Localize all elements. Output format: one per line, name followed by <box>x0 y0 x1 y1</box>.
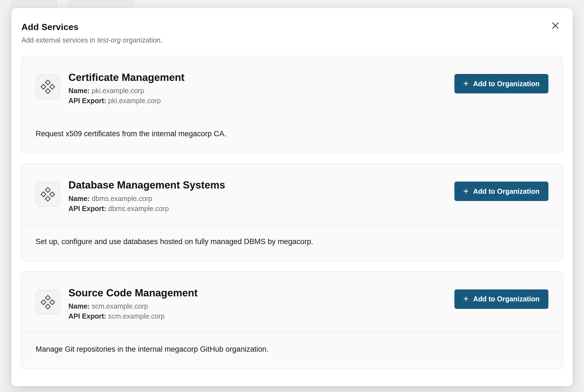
api-export-value: scm.example.corp <box>108 312 165 320</box>
api-export-value: pki.example.corp <box>108 97 161 105</box>
subtitle-prefix: Add external services in <box>21 36 97 44</box>
service-card-header: Database Management Systems Name: dbms.e… <box>22 164 562 224</box>
service-info: Database Management Systems Name: dbms.e… <box>68 179 225 212</box>
service-card-list: Certificate Management Name: pki.example… <box>21 56 563 369</box>
add-to-organization-button[interactable]: + Add to Organization <box>454 289 548 309</box>
name-value: dbms.example.corp <box>91 195 152 202</box>
add-button-label: Add to Organization <box>473 80 540 88</box>
service-card-database-management-systems: Database Management Systems Name: dbms.e… <box>21 163 563 261</box>
api-export-value: dbms.example.corp <box>108 205 169 212</box>
api-export-label: API Export: <box>68 205 106 212</box>
service-title: Certificate Management <box>68 72 184 83</box>
name-label: Name: <box>68 302 90 310</box>
service-name-row: Name: dbms.example.corp <box>68 195 225 203</box>
service-card-header: Certificate Management Name: pki.example… <box>22 56 562 116</box>
service-name-row: Name: scm.example.corp <box>68 302 198 310</box>
add-button-label: Add to Organization <box>473 295 540 303</box>
close-button[interactable] <box>549 20 561 32</box>
name-value: pki.example.corp <box>91 87 144 95</box>
api-export-label: API Export: <box>68 312 106 320</box>
service-description: Request x509 certificates from the inter… <box>22 117 562 153</box>
service-icon <box>36 182 60 207</box>
add-to-organization-button[interactable]: + Add to Organization <box>454 74 548 93</box>
plus-icon: + <box>463 79 469 88</box>
add-to-organization-button[interactable]: + Add to Organization <box>454 182 548 201</box>
service-icon <box>36 290 60 314</box>
service-info: Source Code Management Name: scm.example… <box>68 287 198 320</box>
service-api-export-row: API Export: pki.example.corp <box>68 97 184 105</box>
subtitle-suffix: organization. <box>121 36 162 44</box>
name-label: Name: <box>68 195 90 202</box>
service-icon <box>36 75 60 99</box>
service-description: Set up, configure and use databases host… <box>22 225 562 261</box>
service-description: Manage Git repositories in the internal … <box>22 332 562 369</box>
service-info: Certificate Management Name: pki.example… <box>68 72 184 105</box>
add-services-modal: Add Services Add external services in te… <box>11 8 573 386</box>
service-card-certificate-management: Certificate Management Name: pki.example… <box>21 56 563 153</box>
add-button-label: Add to Organization <box>473 187 540 195</box>
name-value: scm.example.corp <box>91 302 148 310</box>
plus-icon: + <box>463 187 469 196</box>
name-label: Name: <box>68 87 90 95</box>
org-name: test-org <box>97 36 121 44</box>
close-icon <box>551 21 560 31</box>
service-title: Database Management Systems <box>68 179 225 191</box>
api-export-label: API Export: <box>68 97 106 105</box>
service-card-header: Source Code Management Name: scm.example… <box>22 272 562 332</box>
service-name-row: Name: pki.example.corp <box>68 87 184 95</box>
page-title: Add Services <box>21 22 563 32</box>
plus-icon: + <box>463 294 469 303</box>
service-card-source-code-management: Source Code Management Name: scm.example… <box>21 271 563 369</box>
service-api-export-row: API Export: dbms.example.corp <box>68 205 225 213</box>
modal-subtitle: Add external services in test-org organi… <box>21 36 563 44</box>
service-api-export-row: API Export: scm.example.corp <box>68 312 198 320</box>
service-title: Source Code Management <box>68 287 198 299</box>
